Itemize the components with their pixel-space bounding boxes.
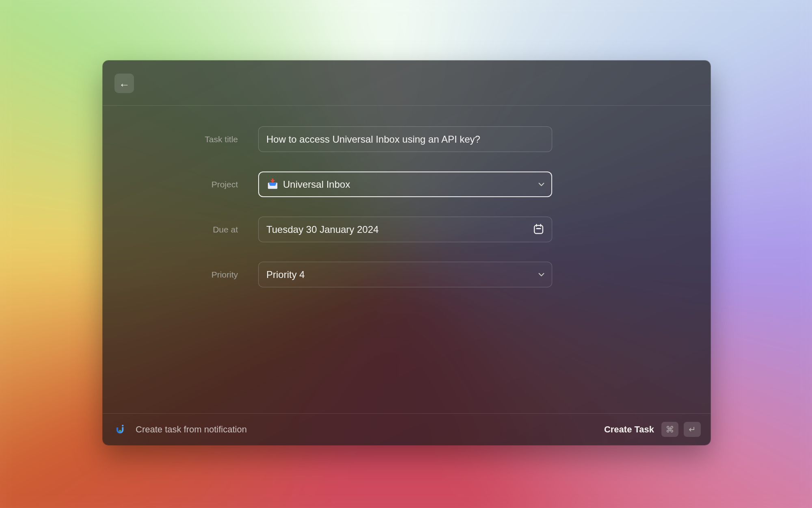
project-value: Universal Inbox bbox=[283, 179, 350, 190]
due-at-value: Tuesday 30 January 2024 bbox=[266, 224, 379, 235]
priority-value: Priority 4 bbox=[266, 269, 305, 280]
window-footer: Create task from notification Create Tas… bbox=[103, 413, 710, 445]
due-at-row: Due at Tuesday 30 January 2024 bbox=[103, 217, 710, 242]
due-at-label: Due at bbox=[103, 225, 238, 234]
project-row: Project Universal Inbox bbox=[103, 172, 710, 197]
command-title: Create task from notification bbox=[136, 424, 247, 435]
window-header: ← bbox=[103, 61, 710, 106]
create-task-button[interactable]: Create Task bbox=[604, 424, 654, 435]
chevron-down-icon bbox=[538, 182, 544, 187]
task-title-row: Task title bbox=[103, 126, 710, 152]
calendar-icon[interactable] bbox=[533, 224, 544, 235]
priority-row: Priority Priority 4 bbox=[103, 262, 710, 287]
project-select[interactable]: Universal Inbox bbox=[258, 172, 552, 197]
due-at-field[interactable]: Tuesday 30 January 2024 bbox=[258, 217, 552, 242]
back-arrow-icon: ← bbox=[119, 78, 130, 89]
chevron-down-icon bbox=[538, 273, 544, 277]
footer-actions: Create Task ⌘ ↵ bbox=[604, 422, 701, 437]
priority-select[interactable]: Priority 4 bbox=[258, 262, 552, 287]
universal-inbox-logo-icon bbox=[114, 424, 125, 435]
priority-label: Priority bbox=[103, 270, 238, 280]
screen: ← Task title Project bbox=[0, 0, 812, 508]
back-button[interactable]: ← bbox=[114, 74, 134, 93]
command-key-badge[interactable]: ⌘ bbox=[661, 422, 678, 437]
task-form: Task title Project Universal Inbox bbox=[103, 106, 710, 287]
return-key-badge[interactable]: ↵ bbox=[684, 422, 701, 437]
task-title-label: Task title bbox=[103, 135, 238, 144]
inbox-tray-icon bbox=[266, 178, 279, 191]
create-task-window: ← Task title Project bbox=[103, 61, 710, 445]
task-title-input[interactable] bbox=[258, 126, 552, 152]
project-label: Project bbox=[103, 180, 238, 189]
